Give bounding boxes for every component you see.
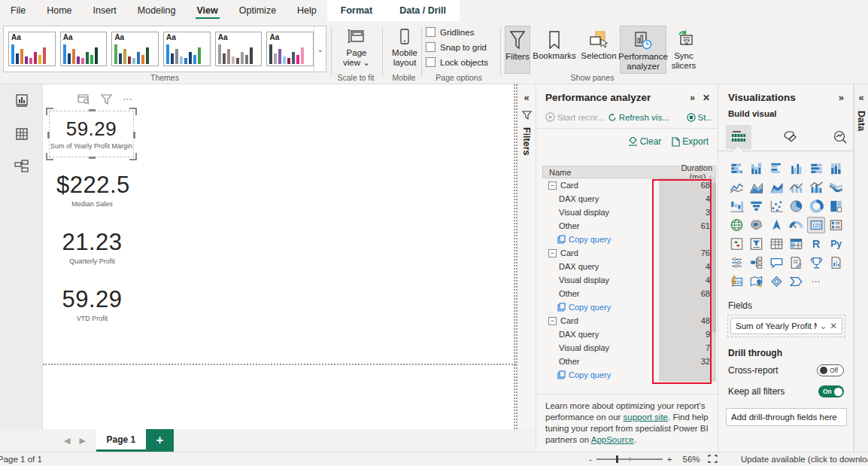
map-icon[interactable] xyxy=(727,217,745,233)
waterfall-chart-icon[interactable] xyxy=(727,198,745,215)
themes-gallery[interactable]: AaAaAaAaAaAa⌄ xyxy=(3,26,326,72)
theme-thumbnail-3[interactable]: Aa xyxy=(111,32,159,66)
menu-modeling[interactable]: Modeling xyxy=(127,0,187,21)
fields-well[interactable]: Sum of Yearly Profit M... ⌄ ✕ xyxy=(727,315,845,337)
selection-handle[interactable] xyxy=(89,157,96,159)
more-options-icon[interactable]: ⋯ xyxy=(123,93,133,105)
selection-handle[interactable] xyxy=(129,108,137,115)
treemap-icon[interactable] xyxy=(827,198,845,215)
perf-table-row[interactable]: Other68 xyxy=(542,287,716,300)
funnel-chart-icon[interactable] xyxy=(748,198,766,215)
collapse-row-icon[interactable]: − xyxy=(548,181,557,190)
visual-filter-icon[interactable] xyxy=(101,94,112,105)
collapse-row-icon[interactable]: − xyxy=(548,249,557,257)
donut-chart-icon[interactable] xyxy=(807,198,825,215)
theme-thumbnail-4[interactable]: Aa xyxy=(163,32,211,66)
collapse-pane-icon[interactable]: » xyxy=(690,93,695,103)
report-view-button[interactable] xyxy=(0,84,43,117)
pie-chart-icon[interactable] xyxy=(788,198,806,215)
clustered-column-chart-icon[interactable] xyxy=(788,160,806,177)
table-icon[interactable] xyxy=(767,236,785,252)
collapse-visualizations-icon[interactable]: » xyxy=(839,92,844,103)
line-chart-icon[interactable] xyxy=(727,179,745,196)
slicer-icon[interactable] xyxy=(748,236,766,252)
next-page-arrow[interactable]: ▶ xyxy=(79,436,85,446)
kpi-icon[interactable] xyxy=(727,236,745,252)
table-view-button[interactable] xyxy=(0,117,43,151)
perf-table-row[interactable]: −Card76 xyxy=(542,246,716,260)
zoom-percent[interactable]: 56% xyxy=(683,455,700,464)
perf-table-row[interactable]: DAX query4 xyxy=(542,192,716,206)
expand-filters-icon[interactable]: « xyxy=(524,92,529,103)
power-automate-icon[interactable] xyxy=(788,273,806,290)
keep-all-filters-toggle[interactable]: On xyxy=(818,385,844,397)
tab-format-visual[interactable] xyxy=(777,125,803,149)
paginated-report-icon[interactable] xyxy=(827,254,845,271)
stacked-column-chart-icon[interactable] xyxy=(748,160,766,177)
selection-handle[interactable] xyxy=(46,108,53,115)
100-stacked-column-chart-icon[interactable] xyxy=(827,160,845,177)
close-pane-icon[interactable]: ✕ xyxy=(703,93,710,103)
collapse-row-icon[interactable]: − xyxy=(548,317,557,325)
focus-mode-icon[interactable] xyxy=(77,94,90,105)
perf-table-row[interactable]: −Card68 xyxy=(542,178,716,192)
arcgis-map-icon[interactable] xyxy=(748,273,766,290)
selection-handle[interactable] xyxy=(47,132,50,139)
smart-narrative-icon[interactable] xyxy=(788,254,806,271)
selection-handle[interactable] xyxy=(89,109,96,111)
perf-pane-scrollbar[interactable] xyxy=(712,182,716,333)
matrix-icon[interactable] xyxy=(788,236,806,252)
tab-analytics[interactable] xyxy=(827,125,853,149)
zoom-slider[interactable] xyxy=(596,458,663,460)
theme-thumbnail-6[interactable]: Aa xyxy=(266,32,314,66)
model-view-button[interactable] xyxy=(0,151,43,184)
theme-thumbnail-1[interactable]: Aa xyxy=(8,32,56,66)
menu-format-tab[interactable]: Format xyxy=(327,0,386,21)
card-visual-selected[interactable]: 59.29 Sum of Yearly Profit Margin xyxy=(49,111,134,157)
theme-thumbnail-2[interactable]: Aa xyxy=(60,32,108,66)
power-apps-icon[interactable]: 123 xyxy=(727,273,745,290)
r-script-visual-icon[interactable]: R xyxy=(807,236,825,252)
ribbon-chart-icon[interactable] xyxy=(827,179,845,196)
page-view-button[interactable]: Page view ⌄ xyxy=(337,26,376,68)
stacked-bar-chart-icon[interactable] xyxy=(727,160,745,177)
start-recording-button[interactable]: Start recor... xyxy=(545,112,605,122)
add-page-button[interactable]: + xyxy=(146,429,174,452)
cross-report-toggle[interactable]: Off xyxy=(817,364,844,376)
name-column-header[interactable]: Name xyxy=(543,168,658,177)
qa-visual-icon[interactable] xyxy=(767,254,785,271)
copy-query-link[interactable]: Copy query xyxy=(542,300,716,314)
selection-handle[interactable] xyxy=(46,153,53,160)
mobile-layout-button[interactable]: Mobile layout xyxy=(387,26,423,68)
card-visual[interactable]: 21.23 Quarterly Profit xyxy=(56,229,128,265)
fit-to-page-icon[interactable] xyxy=(708,455,718,463)
card-visual[interactable]: 59.29 VTD Profit xyxy=(56,286,128,322)
gridlines-checkbox[interactable]: Gridlines xyxy=(426,27,488,37)
page-tab-page1[interactable]: Page 1 xyxy=(96,429,146,452)
data-strip-label[interactable]: Data xyxy=(856,111,866,131)
line-and-stacked-column-chart-icon[interactable] xyxy=(788,179,806,196)
field-dropdown-icon[interactable]: ⌄ xyxy=(820,321,827,331)
filters-strip-label[interactable]: Filters xyxy=(521,127,532,156)
support-site-link[interactable]: support site xyxy=(624,413,668,422)
report-canvas[interactable]: ⋯ 59.29 Sum of Yearly Profit Margin $222… xyxy=(43,84,516,429)
drill-through-drop-area[interactable]: Add drill-through fields here xyxy=(726,408,847,426)
azure-map-icon[interactable] xyxy=(767,217,785,233)
perf-table-row[interactable]: DAX query4 xyxy=(542,260,716,273)
decomposition-tree-icon[interactable] xyxy=(748,254,766,271)
update-available-link[interactable]: Update available (click to download xyxy=(741,455,868,464)
metrics-icon[interactable] xyxy=(807,254,825,271)
filled-map-icon[interactable] xyxy=(748,217,766,233)
clear-button[interactable]: Clear xyxy=(628,136,662,147)
new-slicer-icon[interactable] xyxy=(727,254,745,271)
perf-table-row[interactable]: Visual display3 xyxy=(542,206,716,219)
theme-thumbnail-5[interactable]: Aa xyxy=(215,32,263,66)
more-visuals-icon[interactable]: ⋯ xyxy=(807,273,825,290)
snap-to-grid-checkbox[interactable]: Snap to grid xyxy=(426,42,488,52)
expand-data-icon[interactable]: « xyxy=(858,92,863,103)
clustered-bar-chart-icon[interactable] xyxy=(767,160,785,177)
performance-analyzer-pane-button[interactable]: Performance analyzer xyxy=(620,26,666,74)
appsource-link[interactable]: AppSource xyxy=(591,435,634,444)
refresh-visuals-button[interactable]: Refresh vis... xyxy=(608,113,669,122)
area-chart-icon[interactable] xyxy=(748,179,766,196)
